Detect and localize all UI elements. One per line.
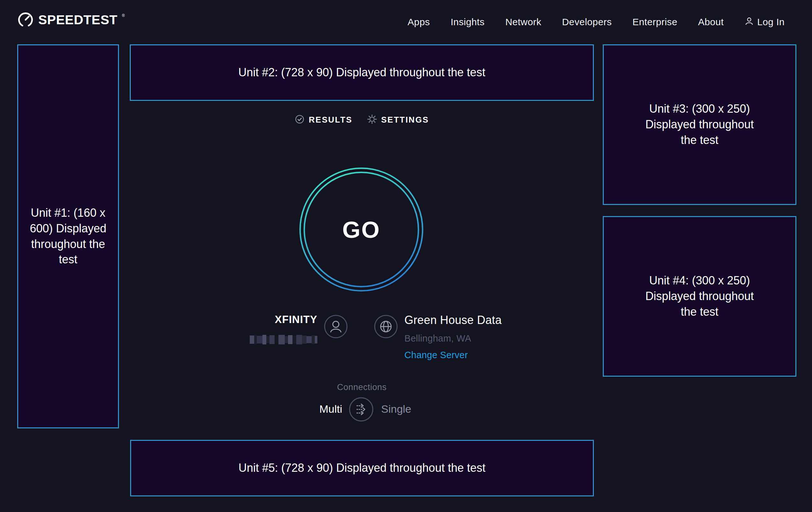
ad-unit-1-text: Unit #1: (160 x 600) Displayed throughou…: [26, 205, 111, 268]
ad-unit-2[interactable]: Unit #2: (728 x 90) Displayed throughout…: [130, 44, 594, 101]
connections-label: Connections: [130, 382, 594, 392]
tab-settings[interactable]: SETTINGS: [367, 114, 429, 126]
ad-unit-5[interactable]: Unit #5: (728 x 90) Displayed throughout…: [130, 440, 594, 496]
settings-label: SETTINGS: [381, 115, 429, 125]
nav-item-apps[interactable]: Apps: [408, 17, 430, 27]
test-tabs: RESULTS SETTING: [130, 114, 594, 126]
server-location: Bellingham, WA: [404, 333, 471, 344]
main-nav: Apps Insights Network Developers Enterpr…: [408, 0, 785, 44]
nav-item-network[interactable]: Network: [505, 17, 541, 27]
results-label: RESULTS: [309, 115, 352, 125]
logo-trademark: ®: [122, 14, 125, 18]
redacted-ip-address: [250, 334, 317, 345]
multi-connection-arrows-icon: [349, 397, 374, 422]
server-name: Green House Data: [404, 314, 502, 327]
user-icon: [744, 16, 754, 28]
login-button[interactable]: Log In: [744, 16, 785, 28]
change-server-link[interactable]: Change Server: [404, 350, 468, 360]
connections-single-option[interactable]: Single: [381, 403, 411, 415]
isp-name: XFINITY: [220, 314, 317, 326]
check-circle-icon: [295, 114, 304, 126]
ad-unit-5-text: Unit #5: (728 x 90) Displayed throughout…: [238, 460, 486, 476]
go-label: GO: [299, 167, 424, 292]
gear-icon: [367, 114, 377, 126]
server-globe-icon: [374, 315, 398, 339]
connections-multi-option[interactable]: Multi: [282, 403, 342, 415]
speedometer-icon: [17, 11, 34, 29]
connection-mode-toggle[interactable]: [349, 397, 374, 422]
nav-item-developers[interactable]: Developers: [562, 17, 612, 27]
nav-item-about[interactable]: About: [698, 17, 724, 27]
login-label: Log In: [757, 17, 785, 27]
tab-results[interactable]: RESULTS: [295, 114, 352, 126]
logo-text: SPEEDTEST: [38, 11, 117, 28]
nav-item-enterprise[interactable]: Enterprise: [633, 17, 677, 27]
ad-unit-1[interactable]: Unit #1: (160 x 600) Displayed throughou…: [17, 44, 119, 428]
ad-unit-3[interactable]: Unit #3: (300 x 250) Displayed throughou…: [603, 44, 796, 205]
ad-unit-4[interactable]: Unit #4: (300 x 250) Displayed throughou…: [603, 216, 796, 377]
ad-unit-4-text: Unit #4: (300 x 250) Displayed throughou…: [637, 273, 762, 320]
speedtest-page: SPEEDTEST ® Apps Insights Network Develo…: [0, 0, 812, 512]
isp-user-icon: [324, 315, 348, 339]
ad-unit-3-text: Unit #3: (300 x 250) Displayed throughou…: [637, 101, 762, 148]
speedtest-logo[interactable]: SPEEDTEST ®: [17, 11, 125, 29]
go-button[interactable]: GO: [299, 167, 424, 292]
nav-item-insights[interactable]: Insights: [451, 17, 485, 27]
ad-unit-2-text: Unit #2: (728 x 90) Displayed throughout…: [238, 65, 485, 80]
